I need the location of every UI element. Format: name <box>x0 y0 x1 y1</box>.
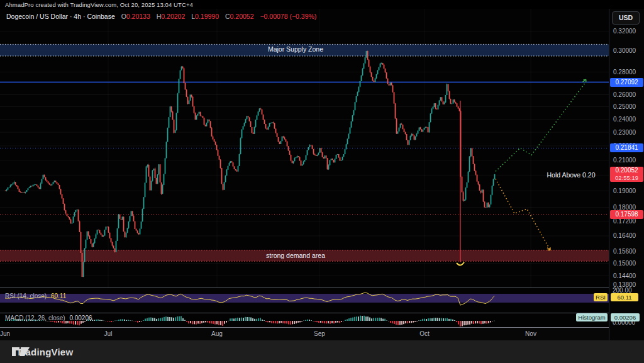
close-value: 0.20052 <box>230 13 254 20</box>
price-tick-label: 0.16400 <box>613 232 644 240</box>
symbol-legend[interactable]: Dogecoin / US Dollar · 4h · Coinbase O0.… <box>6 13 316 21</box>
rsi-badge: RSI <box>594 293 608 301</box>
tradingview-chart-window: AhmadPro created with TradingView.com, O… <box>0 0 644 363</box>
price-tick-label: 0.19000 <box>613 187 644 195</box>
high-value: 0.20202 <box>161 13 185 20</box>
current-price-label: 0.2005202:55:19 <box>610 167 643 182</box>
macd-name: MACD (12, 26, close) <box>5 315 65 321</box>
pane-separator[interactable] <box>0 288 609 288</box>
symbol-title[interactable]: Dogecoin / US Dollar · 4h · Coinbase <box>6 13 115 20</box>
histogram-badge: Histogram <box>576 313 608 321</box>
attribution-bar: AhmadPro created with TradingView.com, O… <box>0 0 644 9</box>
rsi-pane-canvas[interactable] <box>0 288 609 313</box>
open-value: 0.20133 <box>126 13 150 20</box>
price-level-label: 0.17598 <box>610 210 643 219</box>
price-tick-label: 0.15000 <box>613 259 644 267</box>
price-tick-label: 0.26000 <box>613 91 644 99</box>
price-tick-label: 0.21000 <box>613 156 644 164</box>
histogram-badge-value: 0.00206 <box>611 313 640 321</box>
month-label-jun: Jun <box>0 330 10 337</box>
month-label-sep: Sep <box>314 330 325 337</box>
month-label-jul: Jul <box>104 330 113 337</box>
price-tick-label: 0.28000 <box>613 68 644 76</box>
footer-bar: TradingView <box>0 340 644 363</box>
rsi-legend[interactable]: RSI (14, close) 60.11 <box>5 293 66 299</box>
price-tick-label: 0.30000 <box>613 47 644 55</box>
pane-separator[interactable] <box>0 313 609 313</box>
price-level-label: 0.21841 <box>610 143 643 152</box>
change-value: −0.00078 (−0.39%) <box>260 13 316 20</box>
price-tick-label: 0.14400 <box>613 272 644 280</box>
price-tick-label: 0.32000 <box>613 27 644 35</box>
open-label: O <box>121 13 126 20</box>
month-label-aug: Aug <box>211 330 223 337</box>
price-tick-label: 0.25000 <box>613 103 644 111</box>
rsi-name: RSI (14, close) <box>5 293 47 299</box>
low-value: 0.19990 <box>195 13 219 20</box>
macd-value: 0.00206 <box>69 315 92 321</box>
attribution-text: AhmadPro created with TradingView.com, O… <box>5 1 193 8</box>
supply-zone-label: Major Supply Zone <box>226 45 365 53</box>
time-axis[interactable]: JunJulAugSepOctNov <box>0 328 609 340</box>
month-label-nov: Nov <box>525 330 536 337</box>
price-tick-label: 0.24000 <box>613 115 644 123</box>
rsi-badge-value: 60.11 <box>611 293 638 301</box>
price-tick-label: 0.23000 <box>613 128 644 137</box>
month-label-oct: Oct <box>419 330 430 337</box>
macd-legend[interactable]: MACD (12, 26, close) 0.00206 <box>5 315 92 321</box>
demand-zone-label: strong demand area <box>226 252 365 259</box>
tradingview-logo[interactable]: TradingView <box>11 345 73 358</box>
rsi-value: 60.11 <box>51 293 66 299</box>
currency-button[interactable]: USD <box>612 11 640 25</box>
price-tick-label: 0.15600 <box>613 247 644 255</box>
price-level-label: 0.27092 <box>610 78 643 87</box>
tradingview-logo-icon <box>11 345 30 359</box>
close-label: C <box>225 13 230 20</box>
hold-above-annotation: Hold Above 0.20 <box>540 171 602 179</box>
